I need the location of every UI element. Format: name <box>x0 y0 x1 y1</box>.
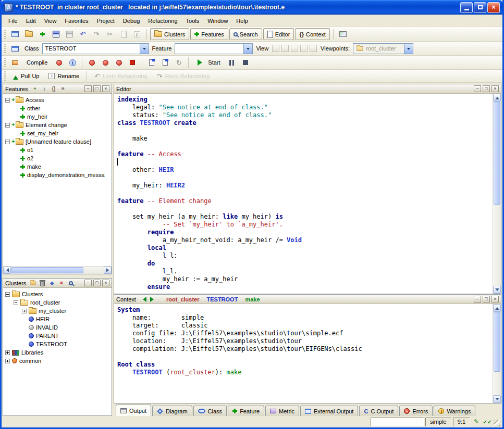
compile-button[interactable]: Compile <box>22 57 52 69</box>
pane-maximize-button[interactable]: □ <box>483 296 490 302</box>
scroll-up-button[interactable] <box>493 94 501 102</box>
collapse-icon[interactable] <box>14 300 18 305</box>
scrollbar-thumb[interactable] <box>494 102 500 205</box>
tab-metric[interactable]: Metric <box>265 406 299 416</box>
minimize-button[interactable] <box>460 2 473 13</box>
contract-view-icon[interactable] <box>291 45 298 52</box>
history-back-icon[interactable] <box>140 297 146 302</box>
collapse-icon[interactable] <box>5 123 10 128</box>
tree-item-invalid[interactable]: INVALID <box>3 323 112 332</box>
menu-file[interactable]: File <box>4 16 22 26</box>
signature-icon[interactable]: {} <box>50 85 57 93</box>
viewpoints-combo-dropdown-button[interactable] <box>404 44 413 54</box>
save-button[interactable] <box>50 28 62 40</box>
pane-close-button[interactable]: × <box>102 280 109 286</box>
menu-help[interactable]: Help <box>232 16 252 26</box>
compile-info-button[interactable]: i <box>66 57 79 69</box>
tree-item-make[interactable]: make <box>3 162 112 171</box>
scroll-down-button[interactable] <box>493 395 501 403</box>
toggle-context-tool[interactable]: {} Context <box>295 28 329 40</box>
new-item-button[interactable] <box>36 28 48 40</box>
new-tab-button[interactable] <box>9 43 21 55</box>
collapse-icon[interactable] <box>5 292 10 297</box>
tree-item-parent[interactable]: PARENT <box>3 332 112 340</box>
scrollbar-thumb[interactable] <box>11 267 83 273</box>
redo-refactoring-button[interactable]: ↷ Redo Refactoring <box>153 70 214 82</box>
toolbar-grip[interactable] <box>4 30 6 39</box>
pane-maximize-button[interactable]: □ <box>483 85 490 92</box>
pause-button[interactable] <box>226 57 238 69</box>
tree-item-display-demonstration-messa[interactable]: display_demonstration_messa <box>3 171 112 179</box>
expand-icon[interactable] <box>5 350 10 355</box>
tree-item-o2[interactable]: o2 <box>3 154 112 162</box>
tree-item-access[interactable]: Access <box>3 96 112 104</box>
context-vertical-scrollbar[interactable] <box>493 304 501 403</box>
toggle-clusters-tool[interactable]: Clusters <box>150 28 189 40</box>
menu-project[interactable]: Project <box>93 16 119 26</box>
redo-button[interactable]: ↷ <box>90 28 103 40</box>
menu-view[interactable]: View <box>40 16 61 26</box>
precompile-button[interactable] <box>113 57 125 69</box>
breadcrumb-root_cluster[interactable]: root_cluster <box>166 296 200 302</box>
interface-view-icon[interactable] <box>310 45 317 52</box>
restore-button[interactable] <box>474 2 486 13</box>
scrollbar-track[interactable] <box>11 267 104 274</box>
collapse-icon[interactable] <box>5 98 10 103</box>
menu-debug[interactable]: Debug <box>119 16 144 26</box>
scroll-left-button[interactable] <box>3 267 11 274</box>
finalized-run-button[interactable] <box>159 57 171 69</box>
tab-class[interactable]: Class <box>193 406 227 416</box>
menu-favorites[interactable]: Favorites <box>60 16 92 26</box>
expand-icon[interactable] <box>5 359 10 363</box>
new-window-button[interactable] <box>9 28 21 40</box>
editor-code[interactable]: indexing legal: "See notice at end of cl… <box>114 94 493 294</box>
cancel-compile-button[interactable] <box>126 57 139 69</box>
tab-c-output[interactable]: CC Output <box>359 406 398 416</box>
title-bar[interactable]: A * TESTROOT in cluster root_cluster loc… <box>2 0 502 15</box>
finalize-button[interactable] <box>99 57 112 69</box>
tree-item-other[interactable]: other <box>3 104 112 112</box>
editor-vertical-scrollbar[interactable] <box>493 94 501 294</box>
sort-updown-icon[interactable]: ↕ <box>40 85 48 93</box>
tree-item-o1[interactable]: o1 <box>3 146 112 154</box>
tree-item-libraries[interactable]: Libraries <box>3 348 112 357</box>
tab-output[interactable]: Output <box>116 405 151 416</box>
scroll-up-button[interactable] <box>493 304 501 312</box>
project-settings-button[interactable] <box>9 57 21 69</box>
tree-item-my-cluster[interactable]: my_cluster <box>3 307 112 315</box>
tree-item--unnamed-feature-clause-[interactable]: [Unnamed feature clause] <box>3 137 112 146</box>
basic-view-icon[interactable] <box>272 45 279 52</box>
flat-view-icon[interactable] <box>300 45 308 52</box>
menu-window[interactable]: Window <box>203 16 232 26</box>
toggle-editor-tool[interactable]: Editor <box>263 28 294 40</box>
pane-minimize-button[interactable]: – <box>474 85 481 92</box>
tab-diagram[interactable]: Diagram <box>152 406 192 416</box>
diagram-view-icon[interactable]: ◆ <box>48 280 56 287</box>
scrollbar-track[interactable] <box>493 312 501 395</box>
tree-item-root-cluster[interactable]: root_cluster <box>3 298 112 307</box>
tree-item-set-my-heir[interactable]: set_my_heir <box>3 129 112 137</box>
tab-feature[interactable]: Feature <box>228 406 264 416</box>
scrollbar-track[interactable] <box>493 102 501 286</box>
close-button[interactable]: × <box>487 2 500 13</box>
tree-item-my-heir[interactable]: my_heir <box>3 112 112 121</box>
add-cluster-button[interactable] <box>29 280 37 287</box>
melt-button[interactable] <box>53 57 65 69</box>
toggle-features-tool[interactable]: Features <box>190 28 228 40</box>
scroll-down-button[interactable] <box>493 286 501 294</box>
edit-mode-button[interactable]: ✎ <box>472 418 481 426</box>
list-view-icon[interactable]: ≡ <box>59 85 67 93</box>
pane-close-button[interactable]: × <box>491 85 499 92</box>
feature-combo-dropdown-button[interactable] <box>243 44 252 54</box>
toolbar-grip[interactable] <box>4 58 6 67</box>
toolbar-grip[interactable] <box>4 44 6 53</box>
resize-grip[interactable] <box>494 420 500 426</box>
menu-refactoring[interactable]: Refactoring <box>144 16 181 26</box>
clickable-view-icon[interactable] <box>281 45 289 52</box>
breadcrumb-make[interactable]: make <box>245 296 260 302</box>
tab-warnings[interactable]: !Warnings <box>434 406 475 416</box>
pane-close-button[interactable]: × <box>491 296 499 302</box>
history-forward-icon[interactable] <box>150 297 156 302</box>
pane-minimize-button[interactable]: – <box>474 296 481 302</box>
pane-close-button[interactable]: × <box>102 85 109 92</box>
